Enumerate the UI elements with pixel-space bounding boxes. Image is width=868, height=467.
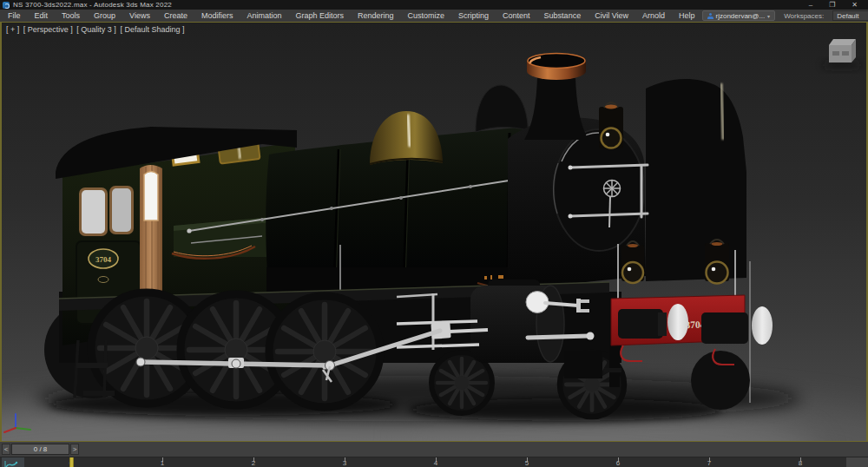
menu-item-substance[interactable]: Substance [537,10,589,22]
workspaces-label: Workspaces: [784,12,824,20]
menu-item-content[interactable]: Content [496,10,537,22]
viewport-menu-quality[interactable]: [ Quality 3 ] [76,25,116,34]
menu-item-scripting[interactable]: Scripting [451,10,496,22]
menu-item-group[interactable]: Group [87,10,122,22]
next-frame-button[interactable]: > [70,444,79,455]
minimize-button[interactable]: – [809,0,812,10]
menu-item-modifiers[interactable]: Modifiers [194,10,240,22]
mini-curve-editor-icon [2,460,24,467]
time-slider[interactable]: < 0 / 8 > [0,442,868,457]
previous-frame-button[interactable]: < [2,444,10,455]
menu-item-rendering[interactable]: Rendering [351,10,401,22]
mini-curve-editor-button[interactable] [2,457,24,467]
menu-bar: File Edit Tools Group Views Create Modif… [0,10,868,22]
menu-item-file[interactable]: File [0,10,28,22]
menu-item-civil-view[interactable]: Civil View [588,10,635,22]
trackbar-endcap [846,457,868,467]
menu-item-arnold[interactable]: Arnold [635,10,672,22]
buffer-lamp-right [705,240,729,284]
menu-item-tools[interactable]: Tools [55,10,87,22]
sand-dome [476,85,528,132]
track-bar[interactable]: 0 1 2 3 4 5 6 7 8 [0,457,868,467]
playhead-marker[interactable] [69,457,74,467]
chevron-down-icon: ▾ [767,13,770,19]
viewport-menu-pov[interactable]: [ Perspective ] [23,25,73,34]
menu-item-edit[interactable]: Edit [28,10,56,22]
top-lamp [599,102,623,148]
workspaces-value: Default [837,12,858,20]
driving-wheels [91,293,380,407]
menu-item-create[interactable]: Create [157,10,194,22]
brass-dome [370,111,443,165]
user-account-label: rjzondervan@... [716,12,766,20]
locomotive[interactable]: 3704 [44,54,773,418]
rendered-scene: 3704 [2,23,866,441]
user-account-button[interactable]: rjzondervan@... ▾ [702,10,776,21]
workspaces-dropdown[interactable]: Default ▾ [832,10,868,21]
viewport-label: [ + ] [ Perspective ] [ Quality 3 ] [ De… [6,25,186,34]
menu-item-help[interactable]: Help [672,10,702,22]
chimney [524,54,589,141]
buffer-lamp-left [621,241,644,283]
viewcube[interactable] [822,39,862,69]
viewport-menu-shading[interactable]: [ Default Shading ] [120,25,184,34]
menu-item-animation[interactable]: Animation [240,10,288,22]
maximize-button[interactable]: ❐ [829,0,835,10]
menu-item-views[interactable]: Views [122,10,157,22]
time-slider-handle[interactable]: 0 / 8 [11,444,69,455]
perspective-viewport[interactable]: [ + ] [ Perspective ] [ Quality 3 ] [ De… [0,22,868,442]
close-button[interactable]: ✕ [852,0,858,10]
coupling-hook [621,345,642,361]
svg-text:3704: 3704 [95,255,112,264]
cab-window [79,186,134,236]
person-icon [707,13,713,19]
window-title: NS 3700-3ds2022.max - Autodesk 3ds Max 2… [13,1,172,9]
menu-item-graph-editors[interactable]: Graph Editors [288,10,351,22]
menu-item-customize[interactable]: Customize [401,10,452,22]
app-icon-3dsmax [3,2,10,9]
viewport-menu-general[interactable]: [ + ] [6,25,19,34]
title-bar: NS 3700-3ds2022.max - Autodesk 3ds Max 2… [0,0,868,10]
